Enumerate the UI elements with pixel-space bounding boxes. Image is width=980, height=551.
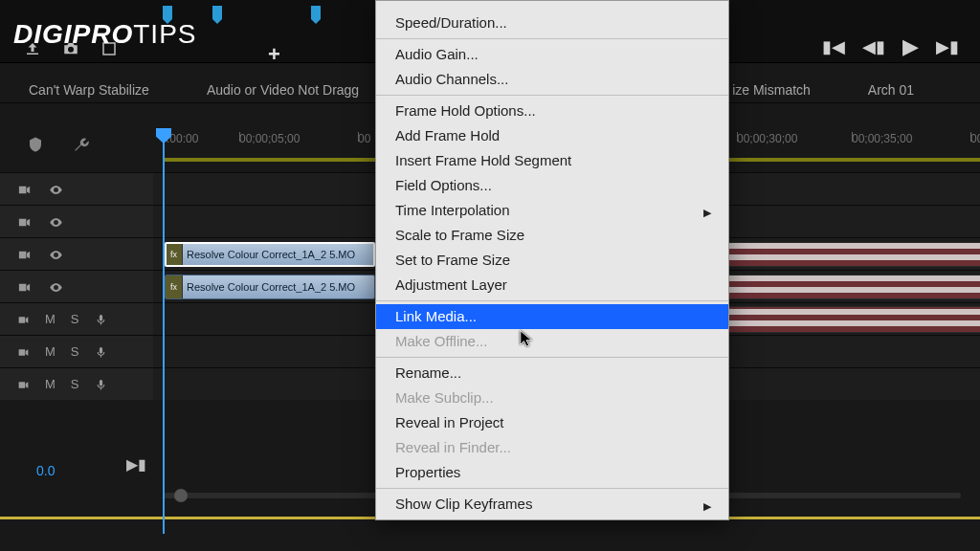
timeline-panel-tools <box>27 134 90 154</box>
watermark-logo: DIGIPROTIPS <box>13 19 196 50</box>
logo-part-c: TIPS <box>133 19 196 49</box>
tab-audio-video[interactable]: Audio or Video Not Dragg <box>207 82 359 98</box>
cam-icon[interactable] <box>17 181 32 198</box>
mic-icon[interactable] <box>95 377 107 391</box>
menu-item-properties[interactable]: Properties <box>376 460 728 485</box>
menu-item-audio-gain[interactable]: Audio Gain... <box>376 42 728 67</box>
shield-icon[interactable] <box>27 134 44 154</box>
ruler-label: 00;0 <box>970 132 980 145</box>
goto-end-icon[interactable]: ▶▮ <box>936 36 959 57</box>
goto-start-icon[interactable]: ▮◀ <box>822 36 845 57</box>
solo-button[interactable]: S <box>71 344 79 359</box>
ruler-label: 00;00;35;00 <box>852 132 912 145</box>
ruler-label: 00;00;05;00 <box>239 132 300 145</box>
clip-name: Resolve Colour Correct_1A_2 5.MO <box>183 281 359 293</box>
solo-button[interactable]: S <box>71 312 79 326</box>
eye-icon[interactable] <box>49 246 63 263</box>
transport-controls: ▮◀ ◀▮ ▶ ▶▮ <box>822 34 959 59</box>
fx-badge: fx <box>166 276 183 298</box>
marker-icon[interactable] <box>212 6 222 19</box>
menu-item-make-subclip: Make Subclip... <box>376 386 728 410</box>
cam-icon[interactable] <box>17 278 32 296</box>
mute-button[interactable]: M <box>45 377 56 391</box>
mic-icon[interactable] <box>95 344 107 359</box>
add-button-icon[interactable]: + <box>268 42 280 67</box>
logo-part-a: DIGI <box>13 19 73 49</box>
work-area-bar[interactable] <box>163 158 375 162</box>
cam-icon[interactable] <box>17 246 32 263</box>
menu-group: Frame Hold Options...Add Frame HoldInser… <box>376 95 728 300</box>
menu-item-audio-channels[interactable]: Audio Channels... <box>376 67 728 92</box>
marker-icon[interactable] <box>163 6 172 19</box>
mute-button[interactable]: M <box>45 344 56 359</box>
menu-item-time-interpolation[interactable]: Time Interpolation <box>376 198 728 223</box>
marker-icon[interactable] <box>311 6 321 19</box>
work-area-bar[interactable] <box>726 158 980 162</box>
menu-group: Rename...Make Subclip...Reveal in Projec… <box>376 357 728 488</box>
tab-cant-warp[interactable]: Can't Warp Stabilize <box>29 82 149 98</box>
cam-icon[interactable] <box>17 213 32 231</box>
cam-icon[interactable] <box>17 377 30 391</box>
current-timecode[interactable]: 0.0 <box>36 463 55 478</box>
track-header[interactable] <box>0 271 153 302</box>
menu-item-scale-to-frame-size[interactable]: Scale to Frame Size <box>376 223 728 248</box>
menu-item-insert-frame-hold-segment[interactable]: Insert Frame Hold Segment <box>376 148 728 173</box>
tab-arch01[interactable]: Arch 01 <box>868 82 914 98</box>
menu-item-make-offline: Make Offline... <box>376 329 728 354</box>
solo-button[interactable]: S <box>71 377 79 391</box>
step-back-icon[interactable]: ◀▮ <box>862 36 885 57</box>
video-clip[interactable]: fx Resolve Colour Correct_1A_2 5.MO <box>165 242 375 267</box>
menu-item-set-to-frame-size[interactable]: Set to Frame Size <box>376 248 728 273</box>
play-icon[interactable]: ▶ <box>902 34 919 59</box>
track-header[interactable]: M S <box>0 336 153 367</box>
menu-item-speed-duration[interactable]: Speed/Duration... <box>376 11 728 35</box>
eye-icon[interactable] <box>49 213 63 231</box>
track-header[interactable]: M S <box>0 368 153 400</box>
track-header[interactable] <box>0 206 153 237</box>
tab-size-mismatch[interactable]: ize Mismatch <box>732 82 811 98</box>
cam-icon[interactable] <box>17 344 30 359</box>
playhead[interactable] <box>163 132 165 534</box>
ruler-label: 00;00;30;00 <box>737 132 797 145</box>
menu-item-reveal-in-finder: Reveal in Finder... <box>376 435 728 460</box>
ruler-label: :00:00 <box>167 132 198 145</box>
clip-name: Resolve Colour Correct_1A_2 5.MO <box>183 249 359 260</box>
eye-icon[interactable] <box>49 278 63 296</box>
track-header[interactable] <box>0 238 153 270</box>
mic-icon[interactable] <box>95 312 107 326</box>
menu-item-field-options[interactable]: Field Options... <box>376 173 728 198</box>
wrench-icon[interactable] <box>73 134 90 154</box>
menu-item-add-frame-hold[interactable]: Add Frame Hold <box>376 123 728 148</box>
menu-group: Speed/Duration... <box>376 1 728 38</box>
menu-group: Show Clip Keyframes <box>376 488 728 519</box>
menu-item-adjustment-layer[interactable]: Adjustment Layer <box>376 273 728 298</box>
menu-item-show-clip-keyframes[interactable]: Show Clip Keyframes <box>376 492 728 517</box>
eye-icon[interactable] <box>49 181 63 198</box>
menu-item-reveal-in-project[interactable]: Reveal in Project <box>376 410 728 435</box>
logo-part-b: PRO <box>73 19 134 49</box>
zoom-handle[interactable] <box>174 489 188 502</box>
clip-context-menu: Speed/Duration...Audio Gain...Audio Chan… <box>375 0 729 520</box>
video-clip[interactable]: fx Resolve Colour Correct_1A_2 5.MO <box>165 275 375 299</box>
track-header[interactable] <box>0 173 153 205</box>
menu-group: Link Media...Make Offline... <box>376 300 728 357</box>
fx-badge: fx <box>166 243 183 266</box>
cam-icon[interactable] <box>17 312 30 326</box>
menu-item-rename[interactable]: Rename... <box>376 361 728 386</box>
menu-group: Audio Gain...Audio Channels... <box>376 38 728 95</box>
ruler-label: 00 <box>358 132 370 145</box>
jump-to-end-icon[interactable]: ▶▮ <box>126 455 146 474</box>
menu-item-frame-hold-options[interactable]: Frame Hold Options... <box>376 99 728 123</box>
menu-item-link-media[interactable]: Link Media... <box>376 304 728 329</box>
mute-button[interactable]: M <box>45 312 56 326</box>
track-header[interactable]: M S <box>0 303 153 335</box>
